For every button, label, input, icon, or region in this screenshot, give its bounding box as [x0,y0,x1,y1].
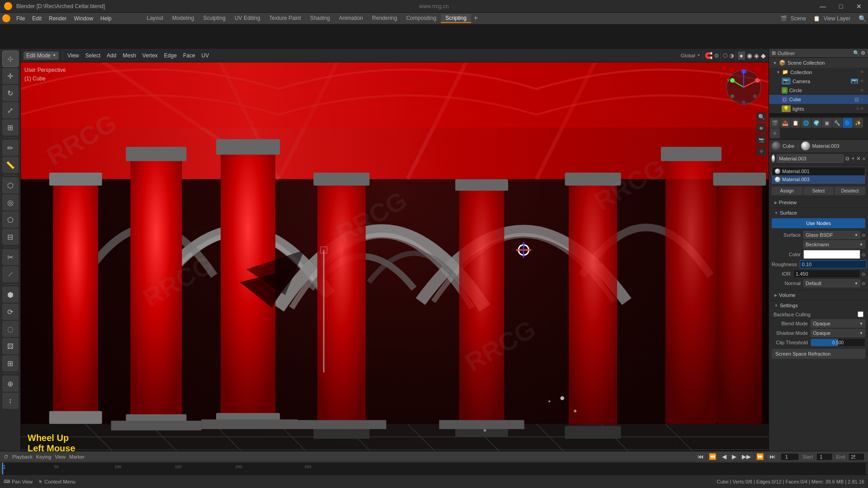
viewport[interactable]: Edit Mode ▼ View Select Add Mesh Vertex … [21,49,769,476]
assign-button[interactable]: Assign [772,187,802,195]
color-link[interactable]: ⊙ [862,252,865,257]
tab-shading[interactable]: Shading [306,14,335,23]
outliner-item-circle[interactable]: ○ Circle 👁 [769,86,868,95]
tab-compositing[interactable]: Compositing [401,14,441,23]
distribution-dropdown[interactable]: Beckmann ▼ [803,240,865,249]
tool-annotate[interactable]: ✏ [2,140,19,156]
camera-view[interactable]: 📷 [756,135,766,145]
tool-extrude[interactable]: ⬡ [2,177,19,193]
mat-new-icon[interactable]: + [851,155,854,162]
viewport-vertex-menu[interactable]: Vertex [140,52,160,60]
ior-input[interactable]: 1.450 [793,270,860,278]
viewport-face-menu[interactable]: Face [180,52,198,60]
current-frame-input[interactable]: 1 [781,453,799,460]
playback-menu[interactable]: Playback [12,454,33,460]
menu-help[interactable]: Help [97,14,115,23]
tool-loop-cut[interactable]: ⊟ [2,229,19,245]
minimize-button[interactable]: — [814,0,832,13]
viewport-edge-menu[interactable]: Edge [161,52,179,60]
volume-toggle[interactable]: ▶ Volume [772,291,865,299]
keying-menu[interactable]: Keying [36,454,52,460]
tab-layout[interactable]: Layout [142,14,168,23]
normal-dropdown[interactable]: Default ▼ [803,279,860,287]
material-item-001[interactable]: Material.001 [772,167,865,175]
material-item-003[interactable]: Material.003 [772,175,865,183]
tab-world[interactable]: 🌍 [811,118,821,128]
tool-randomize[interactable]: ⚄ [2,338,19,354]
prev-frame[interactable]: ◀ [720,453,728,460]
play-start[interactable]: ⏮ [696,453,705,460]
outliner-settings[interactable]: ⚙ [861,50,865,56]
prev-keyframe[interactable]: ⏪ [707,453,718,460]
view-material[interactable]: ◉ [747,52,752,59]
menu-file[interactable]: File [13,14,28,23]
tool-cursor[interactable]: ⊹ [2,51,19,67]
overlay-icon[interactable]: ⬡ [723,52,727,59]
view-render[interactable]: ◈ [754,52,759,59]
menu-edit[interactable]: Edit [28,14,45,23]
tool-inset[interactable]: ◎ [2,194,19,211]
snap-icon[interactable]: 🧲 [705,52,712,59]
timeline-ruler[interactable]: 1 50 100 150 200 250 [2,462,866,475]
xray-icon[interactable]: ◑ [729,52,734,59]
zoom-to-fit[interactable]: 🔍 [756,112,766,122]
tab-output[interactable]: 📤 [780,118,790,128]
view-solid[interactable]: ● [738,52,745,60]
viewport-mesh-menu[interactable]: Mesh [120,52,138,60]
preview-toggle[interactable]: ▶ Preview [772,198,865,206]
mode-selector[interactable]: Edit Mode ▼ [24,52,59,60]
backface-checkbox[interactable] [858,311,863,317]
outliner-item-lights[interactable]: 💡 lights 4 👁 [769,104,868,113]
nav-gizmo[interactable]: X Y Z [723,67,764,108]
tab-view-layer[interactable]: 📋 [791,118,801,128]
tool-edge-slide[interactable]: ⊞ [2,355,19,371]
tab-rendering[interactable]: Rendering [368,14,401,23]
marker-menu[interactable]: Marker [69,454,85,460]
tool-shrink-fatten[interactable]: ⊕ [2,375,19,392]
shadow-mode-dropdown[interactable]: Opaque ▼ [811,329,865,337]
tab-modeling[interactable]: Modeling [168,14,199,23]
tool-scale[interactable]: ⤢ [2,102,19,118]
tab-particles[interactable]: ✨ [853,118,863,128]
outliner-item-camera[interactable]: 📷 Camera 📷 👁 [769,76,868,86]
menu-render[interactable]: Render [45,14,70,23]
tab-sculpting[interactable]: Sculpting [199,14,230,23]
play-button[interactable]: ▶ [730,453,738,460]
menu-window[interactable]: Window [70,14,97,23]
next-frame[interactable]: ▶▶ [740,453,753,460]
tool-bevel[interactable]: ⬠ [2,211,19,228]
blend-mode-dropdown[interactable]: Opaque ▼ [811,319,865,328]
tool-move[interactable]: ✛ [2,68,19,84]
outliner-filter[interactable]: 🔍 [853,50,859,56]
screen-space-refraction-btn[interactable]: Screen Space Refraction [772,349,865,359]
settings-toggle[interactable]: ▼ Settings [772,301,865,310]
select-mat-button[interactable]: Select [803,187,834,195]
tab-animation[interactable]: Animation [335,14,368,23]
tab-modifiers[interactable]: 🔧 [832,118,842,128]
viewport-uv-menu[interactable]: UV [199,52,212,60]
clip-threshold-bar[interactable]: 0.500 [811,338,865,347]
viewport-add-menu[interactable]: Add [104,52,119,60]
mat-menu-icon[interactable]: ≡ [863,156,865,161]
tab-uv-editing[interactable]: UV Editing [230,14,265,23]
outliner-item-collection[interactable]: ▼ 📁 Collection 👁 [769,68,868,76]
tool-bisect[interactable]: ⟋ [2,266,19,282]
close-button[interactable]: ✕ [850,0,868,13]
outliner-item-cube[interactable]: □ Cube □ 👁 [769,95,868,104]
viewport-select-menu[interactable]: Select [83,52,103,60]
tool-knife[interactable]: ✂ [2,249,19,265]
tool-transform[interactable]: ⊞ [2,119,19,136]
viewport-view-menu[interactable]: View [65,52,82,60]
global-dropdown[interactable]: ▼ [697,53,701,57]
tab-texture-paint[interactable]: Texture Paint [265,14,306,23]
tab-scripting[interactable]: Scripting [441,14,471,23]
tab-physics[interactable]: ⚛ [770,128,780,138]
use-nodes-button[interactable]: Use Nodes [772,218,865,228]
local-view[interactable]: ⊹ [756,146,766,156]
scene-canvas[interactable]: RRCG RRCG RRCG RRCG RRCG User Perspe [21,62,769,476]
normal-link[interactable]: ⊙ [862,281,865,286]
color-swatch[interactable] [803,250,860,259]
end-frame-input[interactable]: 250 [849,453,864,460]
tab-render[interactable]: 🎬 [770,118,780,128]
start-frame-input[interactable]: 1 [816,453,832,460]
